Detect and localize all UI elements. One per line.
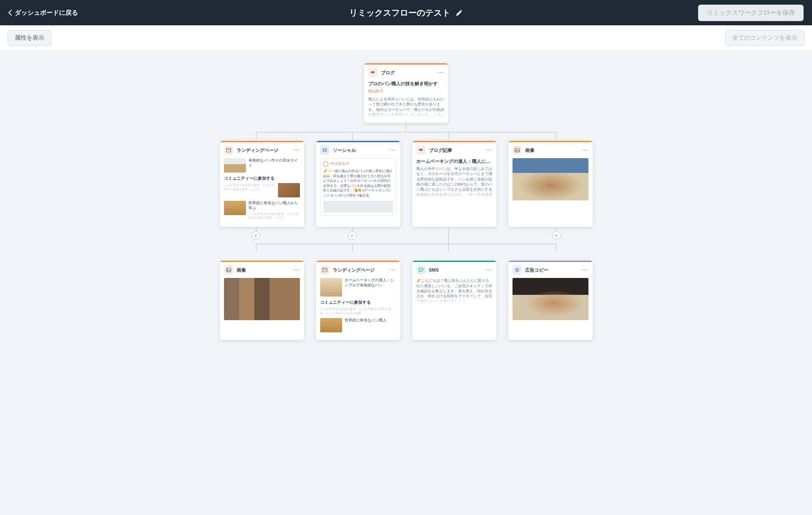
card-type-label: 画像: [237, 267, 290, 273]
card-body-text: 職人による手作りパンには、何世紀にもわたって受け継がれてきた豊かな歴史があります…: [368, 97, 444, 119]
back-to-dashboard-link[interactable]: ダッシュボードに戻る: [8, 9, 78, 17]
hash-icon: [320, 146, 329, 155]
window-icon: [320, 265, 329, 275]
social-body-text: 🥖✨一緒に職人の作るパンの長い歴史に飛び込み、時を越えて受け継がれてきた技法を学…: [323, 169, 393, 198]
card-menu-icon[interactable]: ···: [390, 267, 396, 273]
lp-row-title: コミュニティーに参加する: [224, 176, 300, 181]
card-type-label: ソーシャル: [333, 147, 386, 154]
connector: [448, 244, 449, 251]
thumbnail: [278, 183, 300, 197]
flow-node-landing-page[interactable]: ランディングページ ··· 本格的なパン作りの完全ガイド コミュニティーに参加す…: [220, 141, 304, 227]
connector: [256, 244, 256, 251]
card-menu-icon[interactable]: ···: [438, 69, 444, 76]
show-all-content-button[interactable]: 全てのコンテンツを表示: [725, 30, 804, 46]
save-workflow-button[interactable]: リミックスワークフローを保存: [698, 5, 804, 21]
card-type-label: ランディングページ: [333, 267, 386, 273]
flow-canvas[interactable]: ブログ ··· プロのパン職人の技を解き明かす 桃山鈴子 職人による手作りパンに…: [0, 51, 812, 515]
card-body-text: 職人の手作りパンは、単なる食の楽しみではなく、そのルーツを古代ヨーロッパにまで遡…: [416, 166, 492, 199]
flow-node-blog-article[interactable]: ブログ記事 ··· ホームベーキングの達人：職人によ... 職人の手作りパンは、…: [412, 141, 496, 227]
card-type-label: ブログ: [381, 70, 434, 76]
lp-row-title: ホームベーキングの達人：シンプルで本格的なパン: [345, 278, 396, 297]
page-title: リミックスフローのテスト: [349, 7, 451, 19]
connector: [352, 244, 353, 251]
svg-rect-0: [226, 148, 231, 152]
card-type-label: 画像: [525, 147, 579, 154]
flow-node-social[interactable]: ソーシャル ··· 中江百合子 🥖✨一緒に職人の作るパンの長い歴史に飛び込み、時…: [316, 141, 400, 227]
flow-node-landing-page[interactable]: ランディングページ ··· ホームベーキングの達人：シンプルで本格的なパン コミ…: [316, 261, 400, 340]
card-menu-icon[interactable]: ···: [582, 147, 588, 154]
lp-row-title: 世界的に有名なパン職人: [345, 318, 396, 332]
svg-rect-2: [515, 148, 519, 152]
instagram-icon: [323, 162, 328, 167]
connector: [256, 132, 556, 132]
thumbnail: [224, 158, 246, 173]
card-menu-icon[interactable]: ···: [486, 267, 492, 273]
lp-row-title: コミュニティーに参加する: [320, 300, 396, 305]
svg-point-5: [227, 269, 228, 270]
image-icon: [224, 265, 233, 275]
connector: [448, 132, 449, 140]
connector: [406, 123, 406, 132]
card-menu-icon[interactable]: ···: [294, 147, 300, 154]
social-username: 中江百合子: [330, 161, 349, 167]
card-title: プロのパン職人の技を解き明かす: [368, 81, 444, 87]
chevron-left-icon: [8, 10, 12, 16]
thumbnail: [224, 201, 246, 215]
back-label: ダッシュボードに戻る: [15, 9, 78, 17]
connector: [352, 227, 353, 231]
connector: [556, 244, 556, 251]
card-menu-icon[interactable]: ···: [390, 147, 396, 154]
window-icon: [224, 146, 233, 155]
connector: [556, 132, 556, 140]
card-type-label: SMS: [429, 267, 483, 272]
card-menu-icon[interactable]: ···: [582, 267, 588, 273]
lp-row-title: 本格的なパン作りの完全ガイド: [248, 158, 300, 173]
card-menu-icon[interactable]: ···: [294, 267, 300, 273]
svg-text:AD: AD: [515, 269, 518, 271]
card-author: 桃山鈴子: [368, 89, 444, 94]
lp-subtext: ここにテキストが入ります。ここにテキストが入ります。ここにテキストが入ります: [320, 307, 396, 315]
ad-icon: AD: [513, 265, 522, 275]
social-image: [323, 201, 393, 213]
lp-row-title: 世界的に有名なパン職人から学ぶ: [248, 201, 298, 210]
megaphone-icon: [416, 146, 426, 155]
card-body-text: 🥖こんにちは！職人技をふんだんに取り入れた美味しいパンを、ご自宅のキッチンで作る…: [416, 278, 492, 304]
flow-node-image[interactable]: 画像 ···: [220, 261, 304, 340]
card-type-label: 広告コピー: [525, 267, 579, 273]
card-title: ホームベーキングの達人：職人によ...: [416, 158, 492, 164]
connector: [256, 132, 256, 140]
connector: [256, 244, 556, 244]
flow-node-ad-copy[interactable]: AD 広告コピー ···: [508, 261, 593, 340]
show-attributes-button[interactable]: 属性を表示: [8, 30, 51, 46]
image-placeholder: [224, 278, 300, 320]
card-menu-icon[interactable]: ···: [486, 147, 492, 154]
chat-icon: [416, 265, 426, 275]
thumbnail: [320, 278, 342, 297]
svg-rect-6: [322, 268, 327, 272]
edit-title-icon[interactable]: [456, 9, 463, 16]
image-icon: [513, 146, 522, 155]
card-type-label: ランディングページ: [237, 147, 290, 154]
card-type-label: ブログ記事: [429, 147, 483, 154]
svg-point-3: [515, 149, 516, 150]
connector: [352, 132, 353, 140]
flow-node-image[interactable]: 画像 ···: [508, 141, 593, 227]
lp-subtext: ここにテキストが入ります。ここにテキストが入ります。ここに: [248, 212, 300, 219]
connector: [256, 227, 256, 231]
svg-rect-4: [226, 268, 231, 272]
flow-node-root-blog[interactable]: ブログ ··· プロのパン職人の技を解き明かす 桃山鈴子 職人による手作りパンに…: [364, 63, 448, 123]
image-placeholder: [513, 278, 588, 320]
flow-node-sms[interactable]: SMS ··· 🥖こんにちは！職人技をふんだんに取り入れた美味しいパンを、ご自宅…: [412, 261, 496, 340]
image-placeholder: [513, 158, 588, 200]
connector: [556, 227, 556, 231]
add-node-button[interactable]: +: [552, 231, 561, 240]
thumbnail: [320, 318, 342, 332]
add-node-button[interactable]: +: [348, 231, 356, 240]
lp-subtext: ここにテキストが入ります。ここにテキストが入ります。ここに: [224, 183, 275, 195]
connector: [448, 227, 449, 244]
megaphone-icon: [368, 68, 378, 77]
add-node-button[interactable]: +: [252, 231, 260, 240]
